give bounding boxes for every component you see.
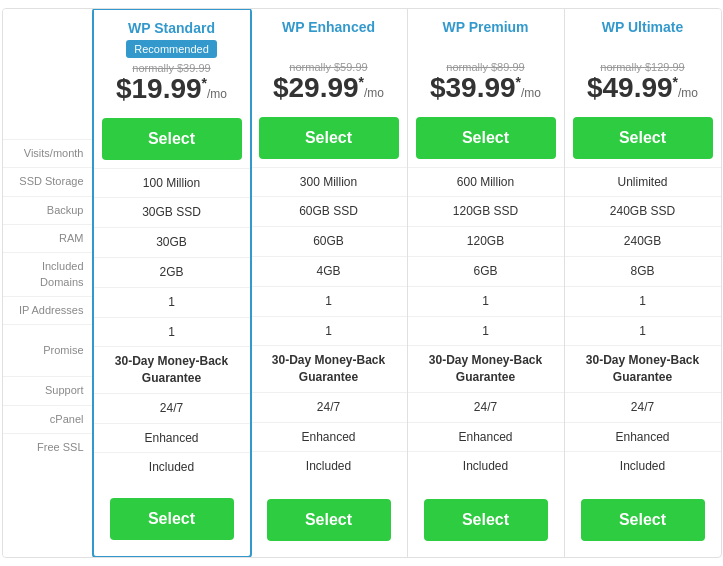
label-support: Support	[3, 376, 92, 404]
premium-bottom-area: Select	[408, 483, 564, 557]
label-backup: Backup	[3, 196, 92, 224]
premium-ip: 1	[408, 316, 564, 346]
ultimate-support: 24/7	[565, 392, 721, 422]
ultimate-bottom-area: Select	[565, 483, 721, 557]
label-promise: Promise	[3, 324, 92, 376]
ultimate-promise: 30-Day Money-Back Guarantee	[565, 345, 721, 392]
plan-ultimate: WP Ultimate normally $129.99 $49.99*/mo …	[565, 9, 721, 558]
premium-support: 24/7	[408, 392, 564, 422]
select-premium-top[interactable]: Select	[416, 117, 556, 159]
ultimate-storage: 240GB SSD	[565, 196, 721, 226]
plan-premium-price: $39.99*/mo	[413, 73, 559, 104]
standard-storage: 30GB SSD	[94, 197, 250, 227]
label-ssl: Free SSL	[3, 433, 92, 461]
standard-backup: 30GB	[94, 227, 250, 257]
select-ultimate-top[interactable]: Select	[573, 117, 713, 159]
plan-enhanced-name: WP Enhanced	[256, 19, 402, 35]
plan-ultimate-header: WP Ultimate normally $129.99 $49.99*/mo	[565, 9, 721, 109]
pricing-table: Visits/month SSD Storage Backup RAM Incl…	[2, 8, 722, 559]
premium-ssl: Included	[408, 451, 564, 481]
plan-premium-features: 600 Million 120GB SSD 120GB 6GB 1 1 30-D…	[408, 167, 564, 484]
premium-promise: 30-Day Money-Back Guarantee	[408, 345, 564, 392]
label-visits: Visits/month	[3, 139, 92, 167]
enhanced-cpanel: Enhanced	[251, 422, 407, 452]
standard-ram: 2GB	[94, 257, 250, 287]
label-storage: SSD Storage	[3, 167, 92, 195]
plan-enhanced-price: $29.99*/mo	[256, 73, 402, 104]
labels-column: Visits/month SSD Storage Backup RAM Incl…	[3, 9, 93, 558]
plan-ultimate-price: $49.99*/mo	[570, 73, 716, 104]
ultimate-ssl: Included	[565, 451, 721, 481]
enhanced-ssl: Included	[251, 451, 407, 481]
premium-backup: 120GB	[408, 226, 564, 256]
plan-standard: WP Standard Recommended normally $39.99 …	[92, 8, 252, 559]
ultimate-ram: 8GB	[565, 256, 721, 286]
label-bottom-spacer	[3, 462, 92, 522]
ultimate-domains: 1	[565, 286, 721, 316]
select-ultimate-bottom[interactable]: Select	[581, 499, 705, 541]
ultimate-backup: 240GB	[565, 226, 721, 256]
select-enhanced-top[interactable]: Select	[259, 117, 399, 159]
plan-standard-name: WP Standard	[99, 20, 245, 36]
premium-domains: 1	[408, 286, 564, 316]
plan-standard-features: 100 Million 30GB SSD 30GB 2GB 1 1 30-Day…	[94, 168, 250, 483]
standard-promise: 30-Day Money-Back Guarantee	[94, 346, 250, 393]
premium-visits: 600 Million	[408, 167, 564, 197]
standard-bottom-area: Select	[94, 482, 250, 556]
plan-ultimate-name: WP Ultimate	[570, 19, 716, 35]
standard-domains: 1	[94, 287, 250, 317]
standard-ssl: Included	[94, 452, 250, 482]
plan-standard-price: $19.99*/mo	[99, 74, 245, 105]
plan-ultimate-features: Unlimited 240GB SSD 240GB 8GB 1 1 30-Day…	[565, 167, 721, 484]
plan-premium-header: WP Premium normally $89.99 $39.99*/mo	[408, 9, 564, 109]
standard-ip: 1	[94, 317, 250, 347]
standard-cpanel: Enhanced	[94, 423, 250, 453]
enhanced-ram: 4GB	[251, 256, 407, 286]
ultimate-visits: Unlimited	[565, 167, 721, 197]
recommended-badge: Recommended	[126, 40, 217, 58]
ultimate-cpanel: Enhanced	[565, 422, 721, 452]
enhanced-bottom-area: Select	[251, 483, 407, 557]
enhanced-promise: 30-Day Money-Back Guarantee	[251, 345, 407, 392]
select-standard-top[interactable]: Select	[102, 118, 242, 160]
enhanced-storage: 60GB SSD	[251, 196, 407, 226]
enhanced-visits: 300 Million	[251, 167, 407, 197]
ultimate-ip: 1	[565, 316, 721, 346]
select-premium-bottom[interactable]: Select	[424, 499, 548, 541]
label-ip: IP Addresses	[3, 296, 92, 324]
plan-enhanced-features: 300 Million 60GB SSD 60GB 4GB 1 1 30-Day…	[251, 167, 407, 484]
enhanced-domains: 1	[251, 286, 407, 316]
standard-visits: 100 Million	[94, 168, 250, 198]
label-spacer	[3, 9, 92, 139]
enhanced-ip: 1	[251, 316, 407, 346]
label-ram: RAM	[3, 224, 92, 252]
select-enhanced-bottom[interactable]: Select	[267, 499, 391, 541]
plan-standard-header: WP Standard Recommended normally $39.99 …	[94, 10, 250, 110]
label-domains: Included Domains	[3, 252, 92, 296]
plan-enhanced-header: WP Enhanced normally $59.99 $29.99*/mo	[251, 9, 407, 109]
plan-enhanced: WP Enhanced normally $59.99 $29.99*/mo S…	[251, 9, 408, 558]
premium-ram: 6GB	[408, 256, 564, 286]
standard-support: 24/7	[94, 393, 250, 423]
premium-storage: 120GB SSD	[408, 196, 564, 226]
label-cpanel: cPanel	[3, 405, 92, 433]
enhanced-support: 24/7	[251, 392, 407, 422]
premium-cpanel: Enhanced	[408, 422, 564, 452]
plan-premium-name: WP Premium	[413, 19, 559, 35]
enhanced-backup: 60GB	[251, 226, 407, 256]
select-standard-bottom[interactable]: Select	[110, 498, 234, 540]
plan-premium: WP Premium normally $89.99 $39.99*/mo Se…	[408, 9, 565, 558]
